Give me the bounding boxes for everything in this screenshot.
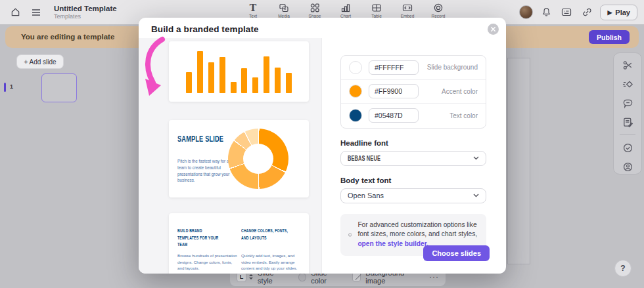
- home-button[interactable]: [8, 5, 22, 20]
- media-icon: [279, 2, 289, 13]
- play-label: Play: [615, 9, 630, 16]
- body-font-value: Open Sans: [348, 192, 384, 199]
- text-tool-icon: T: [250, 2, 256, 13]
- tool-shape[interactable]: Shape: [304, 2, 326, 18]
- insert-toolbar: T Text Media Shape Chart: [242, 2, 449, 18]
- info-card-button[interactable]: [559, 5, 574, 20]
- document-title-block[interactable]: Untitled Template Templates: [54, 5, 117, 20]
- publish-button[interactable]: Publish: [589, 30, 630, 44]
- sample-slide-title: SAMPLE SLIDE: [177, 134, 223, 144]
- donut-hole: [243, 144, 273, 174]
- template-preview-column: SAMPLE SLIDE Pitch is the fastest way fo…: [139, 38, 322, 274]
- accent-color-hex-input[interactable]: [369, 84, 419, 98]
- link-icon: [582, 7, 592, 17]
- menu-button[interactable]: [29, 5, 43, 20]
- tool-text[interactable]: T Text: [242, 2, 264, 18]
- chevron-down-icon: [473, 156, 479, 160]
- person-circle-icon: [622, 161, 633, 173]
- sidebar-divider: [620, 134, 635, 135]
- notifications-button[interactable]: [539, 5, 553, 20]
- play-icon: ▶: [607, 9, 612, 16]
- accent-color-swatch[interactable]: [349, 85, 362, 98]
- text-color-hex-input[interactable]: [369, 108, 419, 123]
- slide-background-hex-input[interactable]: [369, 60, 419, 75]
- col1-title: BUILD BRAND TEMPLATES FOR YOUR TEAM: [177, 228, 222, 249]
- headline-font-label: Headline font: [340, 139, 486, 147]
- modal-title: Build a branded template: [151, 24, 259, 34]
- history-check-icon: [622, 142, 633, 154]
- embed-icon: [402, 2, 413, 13]
- tool-media[interactable]: Media: [273, 2, 295, 18]
- slide-active-indicator: [4, 83, 6, 92]
- tool-chart[interactable]: Chart: [334, 2, 357, 18]
- home-icon: [11, 7, 20, 17]
- tool-record[interactable]: Record: [427, 2, 449, 18]
- slide-background-swatch[interactable]: [349, 61, 362, 74]
- document-title: Untitled Template: [54, 5, 117, 13]
- animate-icon: [622, 79, 633, 90]
- headline-font-value: BEBAS NEUE: [348, 155, 380, 162]
- info-icon: [348, 230, 352, 239]
- chevron-down-icon: [473, 194, 479, 197]
- tool-table[interactable]: Table: [365, 2, 388, 18]
- scissors-icon: [622, 60, 633, 71]
- pink-arrow: [140, 35, 174, 104]
- style-builder-link[interactable]: open the style builder.: [357, 240, 428, 247]
- modal-close-button[interactable]: [488, 24, 499, 35]
- play-button[interactable]: ▶ Play: [600, 5, 637, 20]
- text-color-swatch[interactable]: [349, 109, 362, 122]
- account-button[interactable]: [621, 160, 634, 173]
- table-icon: [371, 2, 382, 13]
- col2-body: Quickly add text, images, and video embe…: [241, 253, 304, 272]
- more-options-button[interactable]: ···: [429, 272, 439, 281]
- donut-chart: [228, 129, 288, 189]
- right-sidebar: [613, 52, 642, 175]
- col1-body: Browse hundreds of presentation designs.…: [177, 253, 238, 272]
- hamburger-icon: [32, 9, 41, 16]
- user-avatar[interactable]: [519, 5, 533, 19]
- notes-icon: [622, 117, 633, 128]
- accent-color-label: Accent color: [442, 88, 478, 95]
- slide-thumbnail-1[interactable]: [41, 73, 77, 102]
- color-row-slide-background: Slide background: [341, 56, 486, 80]
- tool-embed[interactable]: Embed: [396, 2, 419, 18]
- color-row-accent: Accent color: [341, 80, 486, 104]
- background-image-icon: [352, 272, 361, 281]
- body-font-label: Body text font: [340, 176, 486, 184]
- body-font-select[interactable]: Open Sans: [340, 188, 486, 203]
- cut-tools-button[interactable]: [621, 58, 634, 72]
- chart-icon: [340, 2, 351, 13]
- help-button[interactable]: ?: [614, 260, 632, 277]
- color-row-text: Text color: [341, 104, 486, 128]
- share-link-button[interactable]: [580, 5, 594, 20]
- close-icon: [490, 26, 496, 32]
- brand-settings-column: Slide background Accent color Text color…: [340, 55, 486, 256]
- shape-icon: [310, 2, 320, 13]
- comment-icon: [622, 98, 633, 109]
- info-card-icon: [561, 7, 572, 17]
- editor-canvas: [507, 58, 530, 264]
- animate-button[interactable]: [621, 77, 634, 91]
- banner-message: You are editing a template: [21, 33, 114, 41]
- slide-background-label: Slide background: [427, 64, 478, 71]
- brand-colors-card: Slide background Accent color Text color: [340, 55, 486, 129]
- bar-chart: [186, 49, 292, 93]
- notes-button[interactable]: [621, 115, 634, 129]
- preview-slide-barchart[interactable]: [169, 41, 309, 102]
- col2-title: CHANGE COLORS, FONTS, AND LAYOUTS: [241, 228, 288, 241]
- preview-slide-columns[interactable]: BUILD BRAND TEMPLATES FOR YOUR TEAM Brow…: [169, 213, 309, 274]
- choose-slides-button[interactable]: Choose slides: [423, 245, 490, 261]
- document-subtitle: Templates: [54, 13, 117, 20]
- info-text: For advanced customization options like …: [357, 221, 477, 238]
- text-color-label: Text color: [449, 112, 478, 119]
- app-screen: Untitled Template Templates T Text Media…: [0, 0, 644, 288]
- add-slide-button[interactable]: + Add slide: [16, 54, 64, 69]
- comments-button[interactable]: [621, 96, 634, 110]
- branded-template-modal: Build a branded template SAMPLE SLIDE Pi…: [139, 18, 506, 274]
- preview-slide-sample[interactable]: SAMPLE SLIDE Pitch is the fastest way fo…: [169, 120, 309, 197]
- headline-font-select[interactable]: BEBAS NEUE: [340, 151, 486, 166]
- bell-icon: [541, 7, 551, 17]
- layout-stepper[interactable]: [249, 274, 253, 279]
- record-icon: [433, 2, 444, 13]
- history-button[interactable]: [621, 141, 634, 154]
